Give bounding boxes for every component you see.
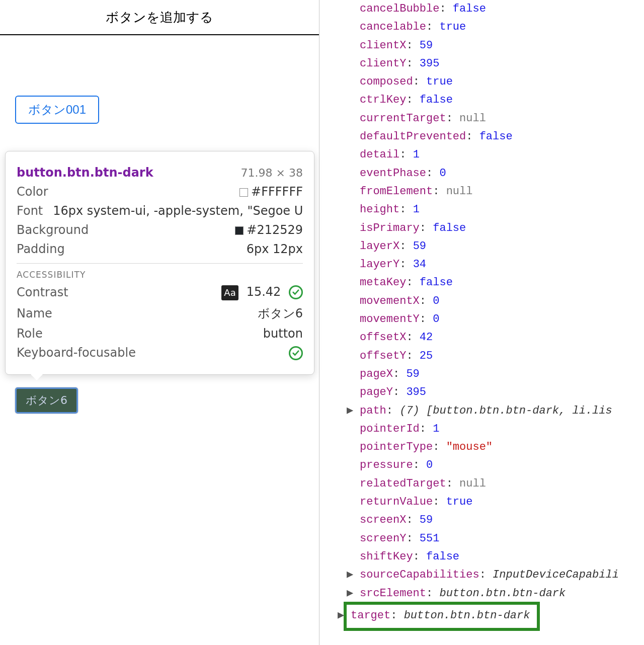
- console-property-row[interactable]: movementY: 0: [360, 310, 644, 329]
- bg-swatch-icon: [235, 226, 244, 235]
- console-property-row[interactable]: layerY: 34: [360, 256, 644, 274]
- color-swatch-icon: [239, 188, 248, 197]
- console-property-row[interactable]: currentTarget: null: [360, 110, 644, 128]
- a11y-section-title: ACCESSIBILITY: [17, 270, 303, 280]
- inspector-bg-label: Background: [17, 223, 89, 237]
- console-property-row[interactable]: offsetY: 25: [360, 347, 644, 365]
- console-property-row[interactable]: eventPhase: 0: [360, 165, 644, 183]
- a11y-role-value: button: [263, 327, 303, 341]
- console-property-row[interactable]: pointerId: 1: [360, 420, 644, 438]
- button-001[interactable]: ボタン001: [15, 96, 99, 124]
- console-property-row[interactable]: offsetX: 42: [360, 329, 644, 347]
- expand-arrow-icon[interactable]: ▶: [347, 402, 354, 420]
- inspector-font-label: Font: [17, 204, 43, 218]
- console-property-row[interactable]: ▶path: (7) [button.btn.btn-dark, li.lis: [360, 402, 644, 420]
- console-property-row[interactable]: screenX: 59: [360, 511, 644, 529]
- element-inspector-tooltip: button.btn.btn-dark 71.98 × 38 Color #FF…: [5, 151, 314, 375]
- console-property-row[interactable]: movementX: 0: [360, 292, 644, 310]
- inspector-color-label: Color: [17, 185, 48, 199]
- check-icon: [289, 285, 303, 299]
- console-property-row[interactable]: pressure: 0: [360, 456, 644, 474]
- expand-arrow-icon[interactable]: ▶: [338, 607, 345, 625]
- console-property-row[interactable]: relatedTarget: null: [360, 475, 644, 493]
- a11y-name-value: ボタン6: [258, 305, 303, 321]
- devtools-console-panel[interactable]: cancelBubble: falsecancelable: trueclien…: [319, 0, 644, 645]
- inspector-selector: button.btn.btn-dark: [17, 166, 153, 180]
- console-property-row[interactable]: defaultPrevented: false: [360, 128, 644, 146]
- console-property-row[interactable]: clientY: 395: [360, 55, 644, 73]
- check-icon: [289, 346, 303, 360]
- console-property-row[interactable]: height: 1: [360, 201, 644, 219]
- inspector-padding-label: Padding: [17, 242, 65, 256]
- console-property-row[interactable]: ctrlKey: false: [360, 91, 644, 109]
- contrast-value: Aa 15.42: [221, 285, 303, 300]
- console-property-row[interactable]: returnValue: true: [360, 493, 644, 511]
- console-property-row[interactable]: fromElement: null: [360, 183, 644, 201]
- console-property-row[interactable]: shiftKey: false: [360, 548, 644, 566]
- header: ボタンを追加する: [0, 0, 319, 35]
- console-property-row[interactable]: isPrimary: false: [360, 219, 644, 237]
- kb-focusable-value: [285, 346, 303, 360]
- console-property-row[interactable]: pageY: 395: [360, 383, 644, 401]
- expand-arrow-icon[interactable]: ▶: [347, 566, 354, 584]
- console-property-row[interactable]: ▶srcElement: button.btn.btn-dark: [360, 585, 644, 603]
- console-property-row[interactable]: metaKey: false: [360, 274, 644, 292]
- console-property-row[interactable]: pointerType: "mouse": [360, 438, 644, 456]
- inspector-bg-value: #212529: [235, 223, 303, 237]
- console-property-row[interactable]: pageX: 59: [360, 365, 644, 383]
- inspector-padding-value: 6px 12px: [247, 242, 303, 256]
- contrast-label: Contrast: [17, 285, 68, 299]
- contrast-badge-icon: Aa: [221, 285, 238, 300]
- console-property-row[interactable]: clientX: 59: [360, 37, 644, 55]
- page-preview-panel: ボタンを追加する ボタン001 button.btn.btn-dark 71.9…: [0, 0, 319, 645]
- console-property-row[interactable]: ▶sourceCapabilities: InputDeviceCapabili: [360, 566, 644, 584]
- console-property-row[interactable]: detail: 1: [360, 146, 644, 164]
- a11y-role-label: Role: [17, 327, 43, 341]
- highlighted-target-row[interactable]: ▶target: button.btn.btn-dark: [344, 602, 540, 631]
- console-property-row[interactable]: cancelable: true: [360, 18, 644, 36]
- console-property-row[interactable]: layerX: 59: [360, 237, 644, 256]
- kb-focusable-label: Keyboard-focusable: [17, 346, 136, 360]
- header-title: ボタンを追加する: [106, 9, 213, 26]
- a11y-name-label: Name: [17, 306, 52, 320]
- inspector-color-value: #FFFFFF: [239, 185, 303, 199]
- button-6-dark[interactable]: ボタン6: [15, 387, 78, 414]
- console-property-row[interactable]: composed: true: [360, 73, 644, 91]
- inspector-font-value: 16px system-ui, -apple-system, "Segoe U.…: [53, 204, 303, 218]
- console-property-row[interactable]: cancelBubble: false: [360, 0, 644, 18]
- inspector-dimensions: 71.98 × 38: [241, 167, 303, 179]
- divider: [17, 263, 303, 264]
- expand-arrow-icon[interactable]: ▶: [347, 585, 354, 603]
- console-property-row[interactable]: screenY: 551: [360, 530, 644, 548]
